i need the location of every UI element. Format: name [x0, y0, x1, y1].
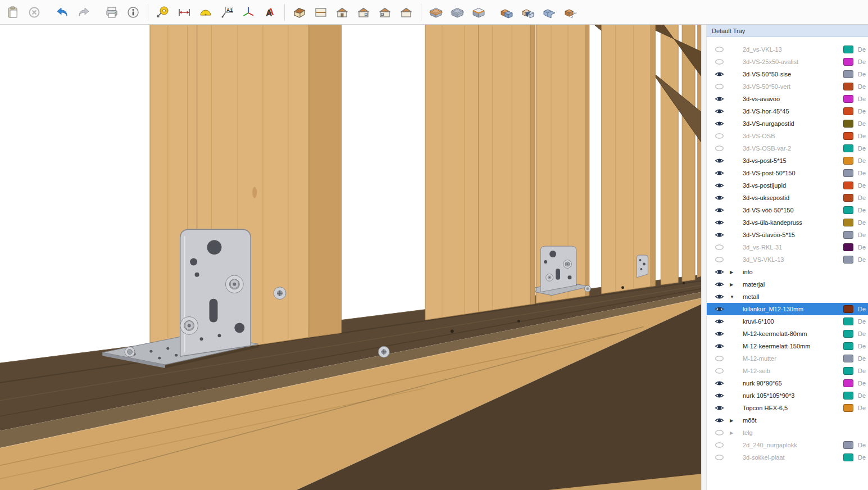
eye-visible-icon[interactable]: [715, 232, 725, 238]
eye-visible-icon[interactable]: [715, 343, 725, 350]
eye-hidden-icon[interactable]: [715, 83, 725, 90]
eye-visible-icon[interactable]: [715, 71, 725, 78]
print-button[interactable]: [101, 2, 122, 23]
stud[interactable]: [602, 25, 656, 294]
tag-color-swatch[interactable]: [843, 70, 853, 78]
protractor-button[interactable]: [195, 2, 216, 23]
tag-row[interactable]: 3d-VS-hor-45*45De: [707, 105, 868, 117]
eye-hidden-icon[interactable]: [715, 256, 725, 263]
tag-row[interactable]: 3d-sokkel-plaatDe: [707, 451, 868, 464]
section-plane-button[interactable]: [425, 2, 447, 23]
eye-hidden-icon[interactable]: [715, 58, 725, 65]
tag-color-swatch[interactable]: [843, 46, 853, 53]
tag-color-swatch[interactable]: [843, 317, 853, 325]
tag-row[interactable]: M-12-seibDe: [707, 365, 868, 377]
tape-measure-button[interactable]: [152, 2, 174, 23]
3d-text-button[interactable]: AA: [259, 2, 280, 23]
tag-color-swatch[interactable]: [843, 453, 853, 461]
folder-collapse-arrow-icon[interactable]: ▼: [730, 294, 741, 300]
tag-color-swatch[interactable]: [843, 144, 853, 152]
tag-row[interactable]: 3d-VS-ülavöö-5*15De: [707, 229, 868, 241]
folder-expand-arrow-icon[interactable]: ▶: [730, 282, 741, 287]
tag-row[interactable]: 3d-vs-uksepostidDe: [707, 192, 868, 204]
tag-row[interactable]: 3d-VS-vöö-50*150De: [707, 204, 868, 216]
view-right-button[interactable]: [353, 2, 374, 23]
tag-row[interactable]: 3d-VS-25x50-avalistDe: [707, 56, 868, 68]
tag-row[interactable]: kruvi-6*100De: [707, 315, 868, 328]
eye-visible-icon[interactable]: [715, 269, 725, 275]
display-section-planes-button[interactable]: [447, 2, 468, 23]
eye-visible-icon[interactable]: [715, 108, 725, 115]
solid-outer-shell-button[interactable]: [496, 2, 517, 23]
folder-expand-arrow-icon[interactable]: ▶: [730, 270, 741, 275]
tag-row[interactable]: 3d_VS-VKL-13De: [707, 253, 868, 266]
axes-button[interactable]: [238, 2, 259, 23]
folder-expand-arrow-icon[interactable]: ▶: [730, 430, 741, 435]
redo-button[interactable]: [73, 2, 94, 23]
eye-visible-icon[interactable]: [715, 219, 725, 226]
eye-hidden-icon[interactable]: [715, 442, 725, 448]
eye-visible-icon[interactable]: [715, 306, 725, 312]
tag-color-swatch[interactable]: [843, 392, 853, 400]
tag-row[interactable]: 3d-VS-post-50*150De: [707, 167, 868, 179]
tag-row[interactable]: 2d_vs-VKL-13De: [707, 43, 868, 56]
tag-row[interactable]: 3d-VS-nurgapostidDe: [707, 117, 868, 130]
view-back-button[interactable]: [396, 2, 417, 23]
angle-bracket[interactable]: [637, 255, 648, 278]
tag-color-swatch[interactable]: [843, 404, 853, 412]
eye-hidden-icon[interactable]: [715, 145, 725, 152]
tag-row[interactable]: 3d-VS-50*50-vertDe: [707, 80, 868, 93]
eye-visible-icon[interactable]: [715, 405, 725, 411]
screw-washer[interactable]: [274, 287, 286, 300]
eye-visible-icon[interactable]: [715, 120, 725, 127]
view-front-button[interactable]: [331, 2, 353, 23]
eye-hidden-icon[interactable]: [715, 244, 725, 251]
cancel-button[interactable]: [24, 2, 45, 23]
solid-union-button[interactable]: [539, 2, 560, 23]
model-info-button[interactable]: [122, 2, 144, 23]
tag-row[interactable]: M-12-mutterDe: [707, 352, 868, 365]
tag-color-swatch[interactable]: [843, 194, 853, 202]
tag-color-swatch[interactable]: [843, 83, 853, 90]
view-top-button[interactable]: [310, 2, 331, 23]
eye-visible-icon[interactable]: [715, 392, 725, 399]
model-viewport[interactable]: [0, 25, 701, 490]
washer[interactable]: [378, 346, 389, 357]
tag-row[interactable]: 3d-vs-avavööDe: [707, 93, 868, 105]
tag-row[interactable]: M-12-keermelatt-150mmDe: [707, 340, 868, 352]
model-canvas[interactable]: [0, 25, 701, 490]
tag-row[interactable]: 3d-vs-post-5*15De: [707, 155, 868, 167]
tag-color-swatch[interactable]: [843, 169, 853, 177]
tag-color-swatch[interactable]: [843, 355, 853, 362]
tray-header[interactable]: Default Tray: [707, 25, 868, 37]
tag-row[interactable]: 2d_240_nurgaplokkDe: [707, 439, 868, 451]
tag-color-swatch[interactable]: [843, 330, 853, 338]
tag-row[interactable]: 3d_vs-RKL-31De: [707, 241, 868, 253]
tag-row[interactable]: kiilankur_M12-130mmDe: [707, 303, 868, 315]
tag-row[interactable]: nurk 90*90*65De: [707, 377, 868, 389]
eye-visible-icon[interactable]: [715, 380, 725, 387]
tag-color-swatch[interactable]: [843, 132, 853, 140]
eye-visible-icon[interactable]: [715, 194, 725, 201]
tag-color-swatch[interactable]: [843, 206, 853, 214]
tag-color-swatch[interactable]: [843, 305, 853, 313]
eye-visible-icon[interactable]: [715, 293, 725, 300]
eye-visible-icon[interactable]: [715, 96, 725, 102]
tag-color-swatch[interactable]: [843, 231, 853, 239]
tag-color-swatch[interactable]: [843, 120, 853, 128]
view-iso-button[interactable]: [289, 2, 310, 23]
tag-folder-row[interactable]: ▼metall: [707, 291, 868, 303]
tag-color-swatch[interactable]: [843, 342, 853, 350]
tag-row[interactable]: M-12-keermelatt-80mmDe: [707, 328, 868, 340]
tag-color-swatch[interactable]: [843, 157, 853, 165]
bottom-plate[interactable]: [0, 275, 701, 490]
tag-row[interactable]: 3d-vs-postijupidDe: [707, 179, 868, 192]
text-button[interactable]: A1: [216, 2, 238, 23]
tag-row[interactable]: 3d-VS-50*50-siseDe: [707, 68, 868, 80]
eye-hidden-icon[interactable]: [715, 355, 725, 362]
tag-color-swatch[interactable]: [843, 379, 853, 387]
eye-hidden-icon[interactable]: [715, 368, 725, 374]
tag-folder-row[interactable]: ▶mõõt: [707, 414, 868, 427]
eye-visible-icon[interactable]: [715, 417, 725, 424]
washer[interactable]: [584, 285, 590, 292]
